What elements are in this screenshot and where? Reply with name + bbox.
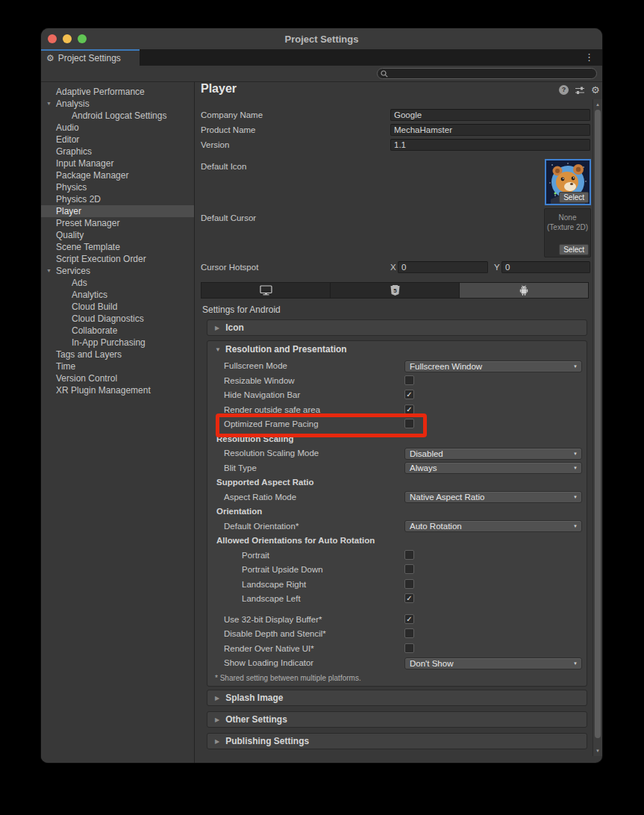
chevron-down-icon: ▼ <box>573 452 578 456</box>
checkbox-optimized-frame-pacing[interactable] <box>404 419 414 428</box>
foldout-icon[interactable]: ▶ Icon <box>207 319 587 336</box>
sidebar-item-editor[interactable]: Editor <box>41 134 194 146</box>
dropdown-aspect-ratio-mode[interactable]: Native Aspect Ratio▼ <box>404 491 582 503</box>
window-title: Project Settings <box>285 34 359 45</box>
search-box[interactable] <box>377 68 597 79</box>
checkbox-landscape-right[interactable] <box>404 579 414 589</box>
checkbox-render-over-native-ui[interactable] <box>404 643 414 653</box>
sidebar-item-label: Quality <box>41 229 194 241</box>
dropdown-show-loading-indicator[interactable]: Don't Show▼ <box>404 658 582 669</box>
sidebar-item-analysis[interactable]: ▼Analysis <box>41 98 194 110</box>
close-button[interactable] <box>48 34 57 43</box>
hotspot-y-input[interactable] <box>501 261 590 273</box>
settings-rows: Fullscreen ModeFullscreen Window▼Resizab… <box>207 359 587 682</box>
sidebar-item-label: Collaborate <box>41 325 194 337</box>
setting-row-resolution-scaling-mode: Resolution Scaling ModeDisabled▼ <box>207 446 587 461</box>
sidebar-item-audio[interactable]: Audio <box>41 122 194 134</box>
checkbox-hide-navigation-bar[interactable]: ✓ <box>404 390 414 399</box>
zoom-button[interactable] <box>78 34 87 43</box>
checkbox-portrait-upside-down[interactable] <box>404 564 414 574</box>
player-settings-panel: Player ? ⚙ Company Name Product Name Ver… <box>195 82 602 763</box>
default-cursor-field[interactable]: None (Texture 2D) Select <box>544 208 591 257</box>
sidebar-item-preset-manager[interactable]: Preset Manager <box>41 217 194 229</box>
foldout-collapsed-icon: ▶ <box>215 695 219 702</box>
sidebar-item-cloud-build[interactable]: Cloud Build <box>41 301 194 313</box>
presets-icon[interactable] <box>575 86 585 95</box>
sidebar-item-adaptive-performance[interactable]: Adaptive Performance <box>41 86 194 98</box>
foldout-other-settings[interactable]: ▶ Other Settings <box>207 711 587 728</box>
sidebar-item-graphics[interactable]: Graphics <box>41 146 194 157</box>
checkbox-landscape-left[interactable]: ✓ <box>404 593 414 603</box>
help-icon[interactable]: ? <box>559 85 569 95</box>
hotspot-x-input[interactable] <box>398 261 488 273</box>
sidebar-item-input-manager[interactable]: Input Manager <box>41 157 194 169</box>
sidebar-item-tags-and-layers[interactable]: Tags and Layers <box>41 349 194 360</box>
sidebar-item-physics[interactable]: Physics <box>41 181 194 193</box>
sidebar-item-time[interactable]: Time <box>41 360 194 372</box>
platform-tab-webgl[interactable]: 5 <box>331 283 460 298</box>
dropdown-default-orientation[interactable]: Auto Rotation▼ <box>404 520 582 532</box>
gear-icon: ⚙ <box>46 54 54 63</box>
dropdown-blit-type[interactable]: Always▼ <box>404 462 582 474</box>
product-name-input[interactable] <box>390 124 590 136</box>
vertical-scrollbar[interactable]: ▲ ▼ <box>593 99 602 756</box>
platform-tab-android[interactable] <box>460 283 588 298</box>
scrollbar-thumb[interactable] <box>595 110 601 738</box>
sidebar-item-ads[interactable]: Ads <box>41 277 194 289</box>
sidebar-item-collaborate[interactable]: Collaborate <box>41 325 194 337</box>
dropdown-resolution-scaling-mode[interactable]: Disabled▼ <box>404 448 582 460</box>
scroll-up-icon[interactable]: ▲ <box>593 101 602 108</box>
default-icon-thumbnail[interactable]: Select <box>545 159 591 205</box>
sidebar-item-player[interactable]: Player <box>41 205 194 217</box>
sidebar-item-scene-template[interactable]: Scene Template <box>41 241 194 253</box>
sidebar-item-label: Cloud Diagnostics <box>41 313 194 325</box>
resolution-presentation-header[interactable]: ▼ Resolution and Presentation <box>207 341 587 359</box>
settings-gear-icon[interactable]: ⚙ <box>591 85 600 95</box>
setting-label-fullscreen-mode: Fullscreen Mode <box>224 361 287 370</box>
chevron-down-icon: ▼ <box>573 466 578 470</box>
platform-tab-standalone[interactable] <box>201 283 331 298</box>
sidebar-item-in-app-purchasing[interactable]: In-App Purchasing <box>41 337 194 349</box>
setting-row-supported-aspect-ratio: Supported Aspect Ratio <box>207 475 587 490</box>
search-input[interactable] <box>390 69 593 78</box>
checkbox-resizable-window[interactable] <box>404 375 414 385</box>
foldout-publishing-settings[interactable]: ▶ Publishing Settings <box>207 733 587 749</box>
version-input[interactable] <box>390 139 590 151</box>
sidebar-item-android-logcat-settings[interactable]: Android Logcat Settings <box>41 110 194 122</box>
sidebar-item-quality[interactable]: Quality <box>41 229 194 241</box>
sidebar-item-package-manager[interactable]: Package Manager <box>41 169 194 181</box>
kebab-menu-icon[interactable]: ⋮ <box>584 51 594 63</box>
sidebar-item-cloud-diagnostics[interactable]: Cloud Diagnostics <box>41 313 194 325</box>
traffic-lights <box>48 34 87 43</box>
sidebar-item-xr-plugin-management[interactable]: XR Plugin Management <box>41 384 194 396</box>
sidebar-item-services[interactable]: ▼Services <box>41 265 194 277</box>
checkbox-use-32-bit-display-buffer[interactable]: ✓ <box>404 614 414 624</box>
company-name-input[interactable] <box>390 109 590 121</box>
dropdown-value: Fullscreen Window <box>410 362 482 372</box>
checkbox-portrait[interactable] <box>404 550 414 560</box>
cursor-select-button[interactable]: Select <box>559 244 589 255</box>
scroll-down-icon[interactable]: ▼ <box>593 747 602 755</box>
dropdown-fullscreen-mode[interactable]: Fullscreen Window▼ <box>404 360 582 372</box>
foldout-splash-image[interactable]: ▶ Splash Image <box>207 690 587 706</box>
subsection-orientation: Orientation <box>216 507 262 516</box>
checkbox-disable-depth-and-stencil[interactable] <box>404 628 414 638</box>
setting-label-portrait: Portrait <box>242 551 269 560</box>
sidebar-item-physics-2d[interactable]: Physics 2D <box>41 193 194 205</box>
sidebar-item-analytics[interactable]: Analytics <box>41 289 194 301</box>
sidebar-item-version-control[interactable]: Version Control <box>41 372 194 384</box>
sidebar-item-script-execution-order[interactable]: Script Execution Order <box>41 253 194 265</box>
foldout-collapsed-icon: ▶ <box>215 738 219 745</box>
sidebar-item-label: Physics <box>41 181 194 193</box>
tab-project-settings[interactable]: ⚙ Project Settings <box>41 49 140 66</box>
icon-select-button[interactable]: Select <box>559 192 589 203</box>
sidebar-item-label: Ads <box>41 277 194 289</box>
minimize-button[interactable] <box>63 34 72 43</box>
checkbox-render-outside-safe-area[interactable]: ✓ <box>404 405 414 414</box>
foldout-splash-label: Splash Image <box>225 693 283 703</box>
foldout-collapsed-icon: ▶ <box>215 716 219 723</box>
expander-icon[interactable]: ▼ <box>46 265 51 277</box>
expander-icon[interactable]: ▼ <box>46 98 51 110</box>
sidebar-item-label: Analytics <box>41 289 194 301</box>
setting-row-disable-depth-and-stencil: Disable Depth and Stencil* <box>207 627 587 642</box>
